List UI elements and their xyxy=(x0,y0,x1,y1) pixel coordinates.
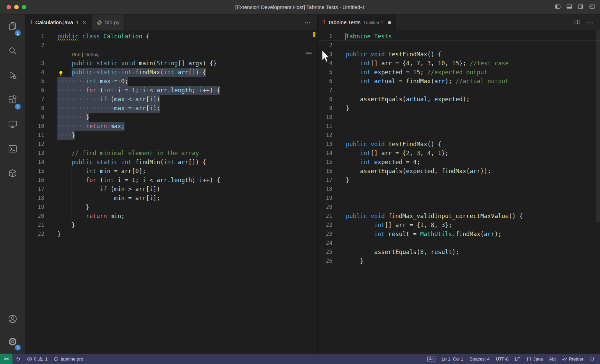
line-number[interactable]: 14 xyxy=(25,158,44,167)
line-number[interactable]: 11 xyxy=(318,122,332,131)
line-number[interactable]: 10 xyxy=(318,113,332,122)
code-line[interactable]: 14 int[] arr = {2, 3, 4, 1}; xyxy=(318,149,600,158)
tab-bio-py[interactable]: bio.py xyxy=(92,15,124,30)
line-number[interactable]: 16 xyxy=(25,176,44,185)
tab-tabnine-tests[interactable]: JTabnine TestsUntitled-1 xyxy=(318,15,396,30)
line-number[interactable]: 18 xyxy=(25,194,44,203)
code-line[interactable]: 1Tabnine Tests xyxy=(318,32,600,41)
code-line[interactable]: 2 xyxy=(318,41,600,50)
toggle-primary-sidebar-icon[interactable] xyxy=(555,3,561,11)
activity-item-settings[interactable]: 1 xyxy=(0,331,25,354)
activity-item-remote-explorer[interactable] xyxy=(0,113,25,137)
line-number[interactable]: 7 xyxy=(318,86,332,95)
activity-item-explorer[interactable]: 1 xyxy=(0,15,25,39)
code-line[interactable]: 12 xyxy=(318,131,600,140)
code-line[interactable]: 3public void testFindMax() { xyxy=(318,50,600,59)
code-line[interactable]: 5 int max = 0;········ · · · xyxy=(25,77,317,86)
lightbulb-icon[interactable] xyxy=(58,69,64,78)
line-number[interactable]: 12 xyxy=(25,140,44,149)
line-number[interactable]: 4 xyxy=(25,68,44,77)
code-line[interactable]: 16 assertEquals(expected, findMax(arr)); xyxy=(318,167,600,176)
code-editor-left[interactable]: 1public class Calculation {2Run | Debug3… xyxy=(25,30,317,354)
activity-item-search[interactable] xyxy=(0,39,25,64)
line-number[interactable]: 5 xyxy=(25,77,44,86)
code-line[interactable]: 10 xyxy=(318,113,600,122)
tab-calculation-java[interactable]: JCalculation.java1 xyxy=(25,15,92,30)
line-number[interactable]: 7 xyxy=(25,95,44,104)
line-number[interactable]: 12 xyxy=(318,131,332,140)
code-line[interactable]: 19 xyxy=(318,194,600,203)
line-number[interactable]: 19 xyxy=(318,194,332,203)
status-encoding[interactable]: UTF-8 xyxy=(493,354,512,364)
line-number[interactable]: 4 xyxy=(318,59,332,68)
line-number[interactable]: 20 xyxy=(25,212,44,221)
status-problems[interactable]: 01 xyxy=(24,354,50,364)
code-line[interactable]: 7 if (max < arr[i])············ · · · xyxy=(25,95,317,104)
code-line[interactable]: 25 assertEquals(8, result); xyxy=(318,248,600,256)
code-line[interactable]: 17 if (min > arr[i]) xyxy=(25,185,317,194)
code-line[interactable]: 22 int[] arr = {1, 8, 3}; xyxy=(318,221,600,230)
status-notifications[interactable] xyxy=(587,354,598,364)
line-number[interactable]: 10 xyxy=(25,122,44,131)
line-number[interactable]: 6 xyxy=(25,86,44,95)
line-number[interactable]: 8 xyxy=(318,95,332,104)
line-number[interactable]: 14 xyxy=(318,149,332,158)
line-number[interactable]: 17 xyxy=(318,176,332,185)
code-line[interactable]: 4 int[] arr = {4, 7, 3, 10, 15}; //test … xyxy=(318,59,600,68)
code-line[interactable]: 8 assertEquals(actual, expected); xyxy=(318,95,600,104)
remote-indicator[interactable]: >< xyxy=(0,354,12,364)
code-line[interactable]: 14 public static int findMin(int arr[]) … xyxy=(25,158,317,167)
line-number[interactable]: 15 xyxy=(318,158,332,167)
code-line[interactable]: 9 }········ xyxy=(25,113,317,122)
status-cursor-position[interactable]: Ln 1, Col 1 xyxy=(439,354,467,364)
code-line[interactable]: 3 public static void main(String[] args)… xyxy=(25,59,317,68)
code-line[interactable]: 8 max = arr[i];················ · · xyxy=(25,104,317,113)
code-line[interactable]: 7 xyxy=(318,86,600,95)
line-number[interactable]: 13 xyxy=(25,149,44,158)
scrollbar[interactable] xyxy=(596,30,600,222)
code-line[interactable]: 1public class Calculation { xyxy=(25,32,317,41)
line-number[interactable]: 23 xyxy=(318,230,332,239)
activity-item-package[interactable] xyxy=(0,162,25,186)
more-actions-icon[interactable]: ⋯ xyxy=(304,19,311,27)
activity-item-terminal[interactable] xyxy=(0,137,25,162)
code-editor-right[interactable]: 1Tabnine Tests23public void testFindMax(… xyxy=(318,30,600,354)
status-indentation[interactable]: Spaces: 4 xyxy=(467,354,493,364)
status-tabnine-inline[interactable]: Ab| xyxy=(546,354,559,364)
line-number[interactable]: 19 xyxy=(25,203,44,212)
line-number[interactable]: 22 xyxy=(25,230,44,239)
line-number[interactable]: 18 xyxy=(318,185,332,194)
code-line[interactable]: 26 } xyxy=(318,256,600,265)
code-line[interactable]: 13 // find minimal element in the array xyxy=(25,149,317,158)
window-zoom-button[interactable] xyxy=(22,5,26,9)
line-number[interactable]: 3 xyxy=(318,50,332,59)
activity-item-extensions[interactable]: 1 xyxy=(0,88,25,113)
code-line[interactable]: 20 xyxy=(318,203,600,212)
code-line[interactable]: 18 xyxy=(318,185,600,194)
activity-item-account[interactable] xyxy=(0,308,25,331)
codelens-run-debug[interactable]: Run | Debug xyxy=(72,52,99,57)
code-line[interactable]: 12 xyxy=(25,140,317,149)
line-number[interactable]: 9 xyxy=(318,104,332,113)
code-line[interactable]: 5 int expected = 15; //expected output xyxy=(318,68,600,77)
code-line[interactable]: 4 public static int findMax(int arr[]) {… xyxy=(25,68,317,77)
code-line[interactable]: 19 } xyxy=(25,203,317,212)
line-number[interactable]: 21 xyxy=(25,221,44,230)
line-number[interactable]: 1 xyxy=(25,32,44,41)
code-line[interactable]: 6 for (int i = 1; i < arr.length; i++) {… xyxy=(25,86,317,95)
line-number[interactable]: 13 xyxy=(318,140,332,149)
toggle-secondary-sidebar-icon[interactable] xyxy=(578,3,584,11)
line-number[interactable]: 21 xyxy=(318,212,332,221)
code-line[interactable]: 24 xyxy=(318,239,600,248)
status-tabnine[interactable]: tabnine pro xyxy=(50,354,86,364)
code-line[interactable]: 6 int actual = findMax(arr); //actual ou… xyxy=(318,77,600,86)
line-number[interactable]: 5 xyxy=(318,68,332,77)
line-number[interactable]: 9 xyxy=(25,113,44,122)
code-line[interactable]: 17} xyxy=(318,176,600,185)
customize-layout-icon[interactable] xyxy=(589,3,595,11)
line-number[interactable]: 20 xyxy=(318,203,332,212)
code-line[interactable]: 2 xyxy=(25,41,317,50)
line-number[interactable]: 2 xyxy=(318,41,332,50)
code-line[interactable]: 15 int expected = 4; xyxy=(318,158,600,167)
line-number[interactable]: 24 xyxy=(318,239,332,248)
